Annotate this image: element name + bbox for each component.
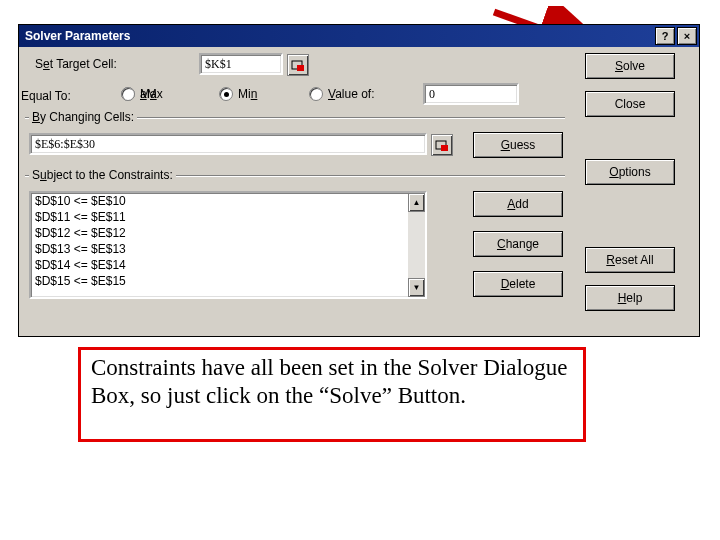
constraints-scrollbar[interactable]: ▲ ▼ <box>408 193 425 297</box>
changing-cells-input[interactable] <box>29 133 427 155</box>
radio-icon <box>309 87 323 101</box>
svg-rect-5 <box>441 145 448 151</box>
refedit-changing-icon[interactable] <box>431 134 453 156</box>
radio-icon <box>219 87 233 101</box>
scroll-down-icon[interactable]: ▼ <box>408 278 425 297</box>
scroll-up-icon[interactable]: ▲ <box>408 193 425 212</box>
reset-all-button[interactable]: Reset All <box>585 247 675 273</box>
target-cell-input[interactable] <box>199 53 283 75</box>
label-equal-to: Equal To: <box>21 89 71 103</box>
radio-min[interactable]: Min <box>219 87 257 101</box>
close-button[interactable]: Close <box>585 91 675 117</box>
list-item[interactable]: $D$13 <= $E$13 <box>31 241 408 257</box>
list-item[interactable]: $D$14 <= $E$14 <box>31 257 408 273</box>
radio-value-of[interactable]: Value of: <box>309 87 375 101</box>
delete-button[interactable]: Delete <box>473 271 563 297</box>
window-title: Solver Parameters <box>21 29 130 43</box>
instruction-callout: Constraints have all been set in the Sol… <box>78 347 586 442</box>
svg-rect-3 <box>297 65 304 71</box>
group-constraints: Subject to the Constraints: <box>25 175 565 176</box>
constraints-listbox[interactable]: $D$10 <= $E$10 $D$11 <= $E$11 $D$12 <= $… <box>29 191 427 299</box>
scroll-track[interactable] <box>408 212 425 278</box>
value-of-input[interactable] <box>423 83 519 105</box>
list-item[interactable]: $D$11 <= $E$11 <box>31 209 408 225</box>
group-changing-cells: By Changing Cells: <box>25 117 565 118</box>
list-item[interactable]: $D$10 <= $E$10 <box>31 193 408 209</box>
label-set-target-cell: Set Target Cell: <box>35 57 117 71</box>
add-button[interactable]: Add <box>473 191 563 217</box>
titlebar-close-button[interactable]: × <box>677 27 697 45</box>
solver-parameters-window: Solver Parameters ? × Set Target Cell: E… <box>18 24 700 337</box>
list-item[interactable]: $D$15 <= $E$15 <box>31 273 408 289</box>
options-button[interactable]: Options <box>585 159 675 185</box>
list-item[interactable]: $D$12 <= $E$12 <box>31 225 408 241</box>
titlebar: Solver Parameters ? × <box>19 25 699 47</box>
change-button[interactable]: Change <box>473 231 563 257</box>
constraints-items: $D$10 <= $E$10 $D$11 <= $E$11 $D$12 <= $… <box>31 193 408 297</box>
solve-button[interactable]: Solve <box>585 53 675 79</box>
radio-icon <box>121 87 135 101</box>
refedit-target-icon[interactable] <box>287 54 309 76</box>
help-button[interactable]: Help <box>585 285 675 311</box>
guess-button[interactable]: Guess <box>473 132 563 158</box>
titlebar-help-button[interactable]: ? <box>655 27 675 45</box>
radio-max[interactable]: Max <box>121 87 163 101</box>
